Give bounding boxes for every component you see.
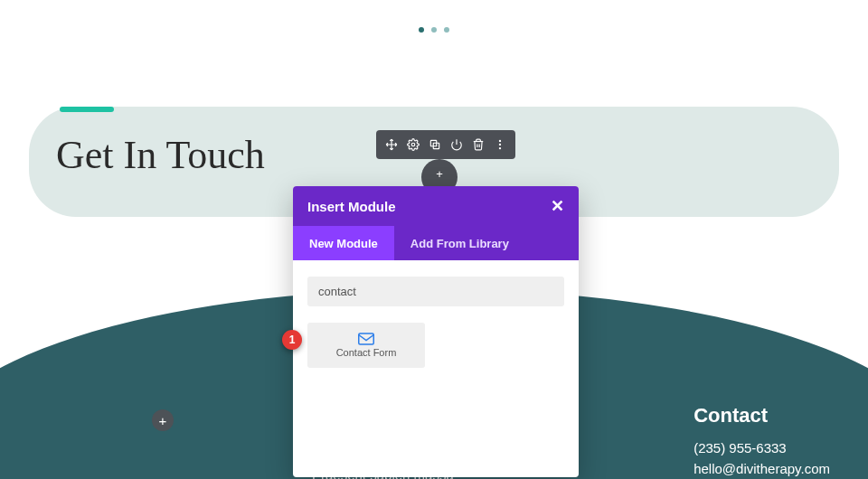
duplicate-icon[interactable] [425, 135, 445, 155]
contact-block: Contact (235) 955-6333 hello@divitherapy… [693, 404, 830, 479]
pager-dot[interactable] [444, 27, 449, 33]
module-contact-form[interactable]: Contact Form [307, 323, 425, 368]
svg-point-4 [499, 140, 501, 142]
module-label: Contact Form [336, 347, 397, 358]
svg-point-5 [499, 144, 501, 146]
module-results: Contact Form [307, 323, 564, 368]
annotation-badge: 1 [282, 330, 302, 350]
modal-tabs: New Module Add From Library [293, 226, 579, 260]
pager-dot[interactable] [431, 27, 437, 33]
module-search-input[interactable] [307, 277, 564, 306]
mail-icon [358, 333, 374, 345]
trash-icon[interactable] [468, 135, 488, 155]
add-section-button[interactable]: + [152, 409, 174, 431]
close-icon[interactable]: ✕ [551, 198, 564, 214]
tab-add-from-library[interactable]: Add From Library [394, 226, 525, 260]
contact-email: hello@divitherapy.com [693, 461, 830, 476]
modal-title: Insert Module [307, 199, 396, 214]
plus-icon: + [159, 414, 167, 427]
carousel-pager[interactable] [419, 27, 449, 33]
move-icon[interactable] [382, 135, 401, 155]
contact-heading: Contact [693, 404, 830, 427]
modal-body: Contact Form [293, 260, 579, 477]
contact-phone: (235) 955-6333 [693, 440, 830, 456]
tab-new-module[interactable]: New Module [293, 226, 394, 260]
more-icon[interactable] [490, 135, 510, 155]
gear-icon[interactable] [403, 135, 423, 155]
insert-module-modal: Insert Module ✕ New Module Add From Libr… [293, 186, 579, 477]
svg-point-0 [411, 143, 415, 146]
pager-dot[interactable] [419, 27, 424, 33]
modal-header: Insert Module ✕ [293, 186, 579, 226]
svg-point-6 [499, 147, 501, 149]
plus-icon: + [436, 167, 443, 181]
module-toolbar [376, 130, 515, 159]
svg-rect-7 [359, 333, 374, 344]
power-icon[interactable] [447, 135, 467, 155]
